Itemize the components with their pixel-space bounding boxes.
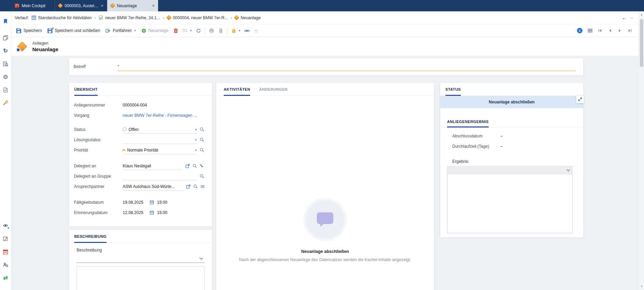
uebersicht-card: ÜBERSICHT Anliegennummer 0000004-004 Vor…	[69, 82, 212, 227]
tab-neuanlage[interactable]: Neuanlage ×	[107, 0, 158, 11]
beschreibung-textarea[interactable]	[77, 266, 204, 290]
refresh-icon	[196, 28, 201, 33]
field-anliegennummer: Anliegennummer 0000004-004	[69, 100, 212, 110]
favorite-button[interactable]: ☆	[252, 26, 260, 35]
next-page-button[interactable]	[618, 28, 622, 33]
save-button[interactable]: Speichern	[13, 26, 45, 35]
window-tab-bar: Mein Cockpit 0000003, Austellung ... × N…	[0, 0, 644, 11]
tab-mein-cockpit[interactable]: Mein Cockpit	[11, 0, 55, 11]
calendar-picker-icon[interactable]	[149, 200, 154, 205]
search-icon[interactable]	[192, 164, 197, 168]
continue-button[interactable]: Fortfahren ▾	[103, 26, 138, 35]
search-icon[interactable]	[200, 137, 204, 142]
send-button[interactable]: ▾	[180, 26, 194, 35]
sidebar-history-button[interactable]: ↻	[1, 46, 10, 55]
previous-page-button[interactable]	[608, 28, 612, 33]
open-record-icon[interactable]	[186, 184, 191, 189]
expand-icon	[578, 97, 582, 102]
cockpit-icon	[15, 3, 19, 8]
tab-label: 0000003, Austellung ...	[65, 3, 98, 8]
breadcrumb-item-anliegen[interactable]: 0000004, neuer BMW 7er-R...	[167, 15, 228, 20]
sidebar-bookmark-button[interactable]	[1, 17, 10, 26]
betreff-card: Betreff *	[69, 58, 584, 76]
search-icon[interactable]	[200, 174, 204, 179]
info-button[interactable]: i	[577, 28, 582, 33]
time-input[interactable]: 15:00	[157, 210, 167, 215]
sidebar-notes-button[interactable]	[1, 234, 10, 243]
breadcrumb: Verlauf: Standardsuche für Aktivitäten ›…	[11, 11, 639, 24]
chevron-down-icon	[200, 256, 203, 260]
vorgang-link[interactable]: neuer BMW 7er-Reihe - Firmenwagen ...	[123, 113, 197, 118]
close-icon[interactable]: ×	[101, 3, 103, 8]
sidebar-settings-button[interactable]: ⚙	[1, 72, 10, 81]
breadcrumb-item-activity-search[interactable]: Standardsuche für Aktivitäten	[32, 15, 92, 20]
tab-aktivitaeten[interactable]: AKTIVITÄTEN	[224, 83, 250, 96]
delegiert-an-gruppe-input[interactable]	[123, 172, 197, 180]
search-icon[interactable]	[200, 148, 204, 153]
new-record-button[interactable]: Neuanlage	[138, 26, 171, 35]
history-back-button[interactable]: ←	[622, 15, 627, 20]
ergebnis-textarea[interactable]	[447, 174, 573, 233]
tab-aenderungen[interactable]: ÄNDERUNGEN	[259, 83, 288, 96]
breadcrumb-item-neuanlage[interactable]: Neuanlage	[235, 15, 260, 20]
sidebar-visibility-button[interactable]: ★	[1, 221, 10, 230]
attachment-button[interactable]	[216, 26, 225, 35]
close-icon[interactable]: ×	[152, 3, 155, 8]
sidebar-windows-button[interactable]	[1, 33, 10, 42]
sidebar-document-button[interactable]	[1, 86, 10, 94]
betreff-input[interactable]: *	[118, 62, 576, 71]
scrollbar-thumb[interactable]	[640, 19, 643, 67]
date-input[interactable]: 12.08.2025	[123, 210, 149, 215]
link-button[interactable]	[242, 26, 252, 35]
list-view-button[interactable]	[588, 29, 592, 32]
ergebnis-select[interactable]	[447, 166, 573, 174]
scroll-down-icon[interactable]: ▼	[639, 284, 644, 289]
beschreibung-template-select[interactable]	[77, 255, 204, 263]
sidebar-tools-button[interactable]	[1, 99, 10, 108]
tab-beschreibung[interactable]: BESCHREIBUNG	[74, 230, 107, 243]
breadcrumb-item-vorgang[interactable]: neuer BMW 7er-Reihe, 24.1...	[99, 15, 160, 20]
delete-button[interactable]	[171, 26, 180, 35]
field-prioritaet: Priorität Normale Priorität ▾	[69, 145, 212, 155]
last-page-button[interactable]	[628, 28, 632, 33]
first-page-button[interactable]	[598, 28, 602, 33]
date-input[interactable]: 19.08.2025	[123, 200, 149, 205]
sidebar-search-form-button[interactable]	[1, 59, 10, 68]
tab-status[interactable]: STATUS	[445, 83, 461, 96]
left-icon-sidebar: ↻ ⚙ ★ ⇄	[0, 11, 11, 290]
sidebar-sync-button[interactable]: ⇄	[1, 274, 10, 282]
sidebar-contact-search-button[interactable]	[1, 260, 10, 269]
prioritaet-select[interactable]: Normale Priorität ▾	[123, 146, 197, 154]
collapse-history-button[interactable]: –	[631, 15, 633, 20]
status-select[interactable]: Offen ▾	[123, 125, 197, 134]
save-icon	[16, 28, 21, 33]
time-input[interactable]: 15:00	[157, 200, 167, 205]
page-title: Neuanlage	[32, 46, 58, 52]
print-button[interactable]	[207, 26, 216, 35]
refresh-button[interactable]	[194, 26, 203, 35]
permissions-button[interactable]: ▾	[229, 26, 243, 35]
vertical-scrollbar[interactable]: ▲ ▼	[639, 11, 644, 290]
tab-anliegenergebnis[interactable]: ANLIEGENERGEBNIS	[447, 116, 489, 127]
save-and-close-button[interactable]: × Speichern und schließen	[45, 26, 103, 35]
email-icon[interactable]: ✉	[200, 184, 204, 189]
add-circle-icon	[141, 28, 146, 33]
calendar-picker-icon[interactable]	[149, 210, 154, 215]
tab-uebersicht[interactable]: ÜBERSICHT	[74, 83, 98, 96]
delegiert-an-input[interactable]: Klaus Nesbigall	[123, 162, 183, 170]
search-icon[interactable]	[200, 127, 204, 132]
tab-anliegen-0000003[interactable]: 0000003, Austellung ... ×	[55, 0, 107, 11]
chevron-down-icon: ▾	[195, 148, 197, 152]
sidebar-calendar-button[interactable]	[1, 247, 10, 256]
search-icon[interactable]	[193, 184, 198, 189]
scroll-up-icon[interactable]: ▲	[639, 12, 644, 18]
expand-panel-button[interactable]	[576, 95, 584, 103]
loesungsstatus-select[interactable]: ▾	[123, 136, 197, 144]
toolbar-separator	[227, 27, 227, 34]
ansprechpartner-input[interactable]: ASW Autohaus Süd-Würte...	[123, 182, 184, 191]
tools-icon	[3, 100, 8, 106]
neuanlage-abschliessen-button[interactable]: Neuanlage abschließen	[440, 96, 583, 108]
phone-icon[interactable]	[200, 164, 204, 168]
breadcrumb-prefix: Verlauf:	[15, 15, 29, 20]
open-record-icon[interactable]	[185, 164, 190, 168]
